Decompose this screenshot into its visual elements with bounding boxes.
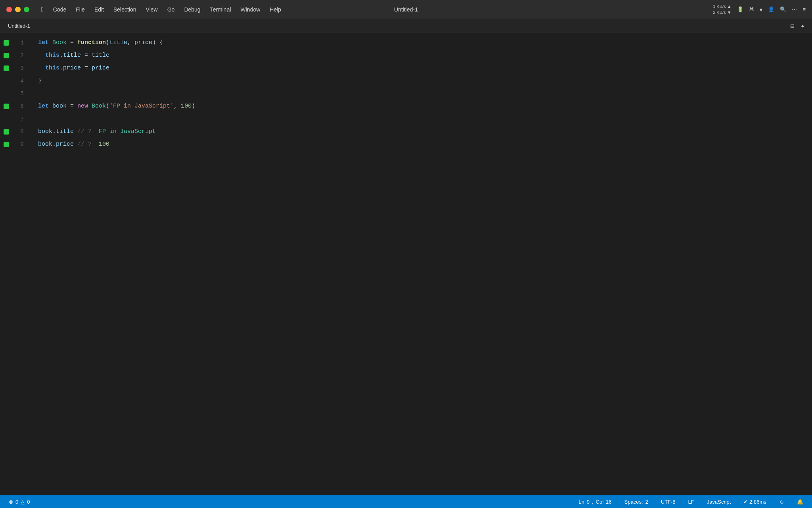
line-number-6: 6 bbox=[13, 100, 32, 113]
line-number-1: 1 bbox=[13, 37, 32, 49]
token-plain: = bbox=[67, 39, 77, 46]
line-content-2[interactable]: this.title = title bbox=[32, 49, 806, 62]
close-button[interactable] bbox=[6, 7, 12, 12]
breakpoint-3[interactable] bbox=[0, 65, 13, 71]
breakpoint-9[interactable] bbox=[0, 142, 13, 147]
token-comment-val-str: FP in JavaScript bbox=[95, 128, 156, 135]
line-number-5: 5 bbox=[13, 87, 32, 100]
token-plain: = bbox=[81, 65, 92, 71]
editor-main[interactable]: 1let Book = function(title, price) {2 th… bbox=[0, 33, 806, 495]
token-comment: // ? bbox=[77, 141, 95, 148]
breakpoint-6[interactable] bbox=[0, 104, 13, 109]
apple-menu[interactable]:  bbox=[37, 4, 48, 15]
breakpoint-dot-3 bbox=[4, 65, 9, 71]
cursor-position[interactable]: Ln 9, Col 16 bbox=[576, 498, 614, 506]
error-icon: ⊗ bbox=[9, 499, 13, 505]
token-comment: // ? bbox=[77, 128, 95, 135]
token-plain: , bbox=[127, 39, 134, 46]
breakpoint-dot-6 bbox=[4, 104, 9, 109]
menu-code[interactable]: Code bbox=[49, 5, 70, 14]
smiley-icon[interactable]: ☺ bbox=[777, 498, 787, 506]
line-content-9[interactable]: book.price // ? 100 bbox=[32, 138, 806, 151]
spotlight-icon: 🔍 bbox=[780, 6, 786, 12]
split-editor-icon[interactable]: ⊟ bbox=[790, 23, 795, 29]
token-plain: ) { bbox=[152, 39, 163, 46]
breakpoint-1[interactable] bbox=[0, 40, 13, 46]
token-plain: . bbox=[52, 128, 56, 135]
menu-terminal[interactable]: Terminal bbox=[206, 5, 235, 14]
warning-icon: △ bbox=[21, 499, 25, 505]
traffic-lights bbox=[6, 7, 29, 12]
menu-go[interactable]: Go bbox=[163, 5, 179, 14]
code-line-1: 1let Book = function(title, price) { bbox=[0, 37, 806, 49]
minimize-button[interactable] bbox=[15, 7, 21, 12]
col-label: Col bbox=[596, 499, 604, 505]
token-plain: = bbox=[81, 52, 92, 59]
token-var-name: book bbox=[38, 128, 52, 135]
menu-view[interactable]: View bbox=[142, 5, 162, 14]
token-plain: = bbox=[67, 103, 77, 110]
bell-icon[interactable]: 🔔 bbox=[795, 498, 806, 506]
breakpoint-dot-8 bbox=[4, 129, 9, 135]
breakpoint-dot-9 bbox=[4, 142, 9, 147]
menu-debug[interactable]: Debug bbox=[180, 5, 204, 14]
breakpoint-2[interactable] bbox=[0, 53, 13, 58]
line-content-1[interactable]: let Book = function(title, price) { bbox=[32, 37, 806, 49]
token-plain bbox=[74, 141, 77, 148]
title-bar-left:  Code File Edit Selection View Go Debug… bbox=[6, 4, 285, 15]
line-content-3[interactable]: this.price = price bbox=[32, 62, 806, 75]
line-content-6[interactable]: let book = new Book('FP in JavaScript', … bbox=[32, 100, 806, 113]
token-plain: . bbox=[59, 52, 63, 59]
token-plain: ) bbox=[192, 103, 195, 110]
token-plain: . bbox=[52, 141, 56, 148]
line-number-3: 3 bbox=[13, 62, 32, 75]
menu-selection[interactable]: Selection bbox=[109, 5, 140, 14]
code-line-3: 3 this.price = price bbox=[0, 62, 806, 75]
breakpoint-8[interactable] bbox=[0, 129, 13, 135]
system-status-icons: 1 KB/s ▲2 KB/s ▼ 🔋 ⌘ ● 👤 🔍 ⋯ ≡ bbox=[713, 4, 806, 15]
token-kw-this: this bbox=[45, 52, 59, 59]
token-plain: ( bbox=[106, 39, 109, 46]
line-content-4[interactable]: } bbox=[32, 75, 806, 87]
token-number: 100 bbox=[181, 103, 192, 110]
error-count[interactable]: ⊗ 0 △ 0 bbox=[6, 498, 32, 506]
code-area[interactable]: 1let Book = function(title, price) {2 th… bbox=[0, 33, 806, 154]
indentation[interactable]: Spaces: 2 bbox=[622, 498, 651, 506]
more-icon[interactable]: ● bbox=[801, 23, 804, 29]
token-fn-name: Book bbox=[52, 39, 67, 46]
token-prop: price bbox=[63, 65, 81, 71]
token-param: title bbox=[109, 39, 127, 46]
line-ending[interactable]: LF bbox=[686, 498, 697, 506]
col-value: 16 bbox=[606, 499, 611, 505]
breakpoint-dot-2 bbox=[4, 53, 9, 58]
token-plain: } bbox=[38, 77, 42, 84]
token-var-name: price bbox=[92, 65, 109, 71]
menu-bar:  Code File Edit Selection View Go Debug… bbox=[37, 4, 285, 15]
token-plain bbox=[74, 128, 77, 135]
encoding[interactable]: UTF-8 bbox=[659, 498, 678, 506]
editor-container: 1let Book = function(title, price) {2 th… bbox=[0, 33, 812, 495]
file-tab-title[interactable]: Untitled-1 bbox=[8, 23, 30, 29]
line-number-2: 2 bbox=[13, 49, 32, 62]
token-prop: price bbox=[56, 141, 74, 148]
menu-edit[interactable]: Edit bbox=[90, 5, 108, 14]
window-title: Untitled-1 bbox=[394, 6, 418, 13]
maximize-button[interactable] bbox=[24, 7, 29, 12]
user-icon: 👤 bbox=[768, 6, 774, 12]
ln-value: 9 bbox=[587, 499, 590, 505]
token-plain: , bbox=[174, 103, 181, 110]
status-bar: ⊗ 0 △ 0 Ln 9, Col 16 Spaces: 2 UTF-8 LF … bbox=[0, 495, 812, 508]
menu-help[interactable]: Help bbox=[266, 5, 285, 14]
line-content-8[interactable]: book.title // ? FP in JavaScript bbox=[32, 125, 806, 138]
token-prop: title bbox=[56, 128, 74, 135]
menu-file[interactable]: File bbox=[72, 5, 89, 14]
menu-window[interactable]: Window bbox=[237, 5, 264, 14]
battery-icon: 🔋 bbox=[737, 6, 743, 12]
line-number-4: 4 bbox=[13, 75, 32, 87]
scrollbar-track[interactable] bbox=[806, 33, 812, 495]
token-comment-val-num: 100 bbox=[95, 141, 109, 148]
token-var-name: book bbox=[38, 141, 52, 148]
spaces-value: 2 bbox=[645, 499, 648, 505]
language-mode[interactable]: JavaScript bbox=[705, 498, 733, 506]
title-bar:  Code File Edit Selection View Go Debug… bbox=[0, 0, 812, 19]
